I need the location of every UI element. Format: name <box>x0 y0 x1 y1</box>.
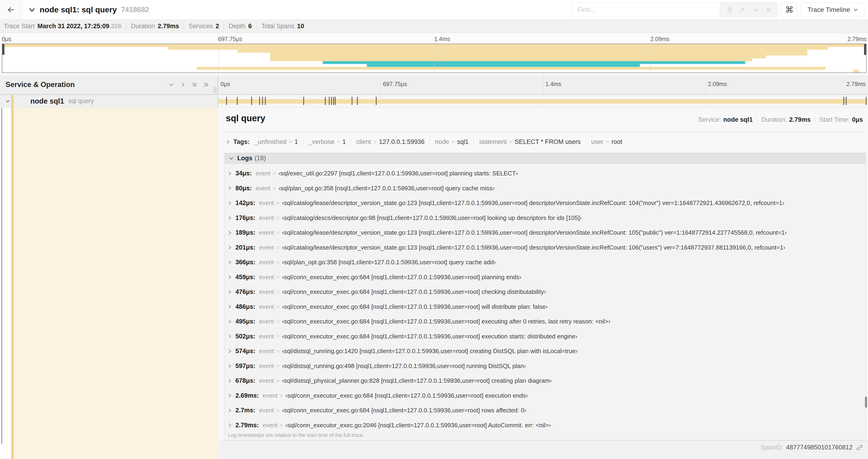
ruler-tick-label: 1.4ms <box>434 36 450 42</box>
span-row-timeline[interactable] <box>218 95 868 107</box>
minimap-bar <box>323 61 745 64</box>
log-entry[interactable]: 2.69ms: event = ‹sql/conn_executor_exec.… <box>225 388 866 403</box>
log-key: event <box>259 333 274 340</box>
clear-search-icon[interactable] <box>766 7 772 13</box>
log-expand-chevron-icon <box>228 245 232 250</box>
log-entry[interactable]: 574μs: event = ‹sql/distsql_running.go:1… <box>225 344 866 359</box>
meta-label: Duration: <box>762 116 787 123</box>
log-entry[interactable]: 176μs: event = ‹sql/catalog/descs/descri… <box>225 210 866 226</box>
log-timestamp: 201μs: <box>236 244 255 251</box>
log-entry[interactable]: 80μs: event = ‹sql/plan_opt.go:358 [nsql… <box>225 181 866 196</box>
info-value: March 31 2022, 17:25:09 <box>37 23 110 30</box>
detail-meta-item: Service:node sql1 <box>698 116 753 123</box>
link-icon[interactable] <box>856 444 863 451</box>
minimap-canvas[interactable] <box>2 44 867 73</box>
log-equals: = <box>276 363 280 369</box>
panel-resize-grip[interactable] <box>214 87 216 93</box>
log-entry[interactable]: 597μs: event = ‹sql/distsql_running.go:4… <box>225 359 866 374</box>
log-entry[interactable]: 189μs: event = ‹sql/catalog/lease/descri… <box>225 225 866 240</box>
log-equals: = <box>276 318 280 325</box>
log-timestamp: 678μs: <box>236 377 255 384</box>
log-entry[interactable]: 201μs: event = ‹sql/catalog/lease/descri… <box>225 240 866 255</box>
log-timestamp: 495μs: <box>236 318 255 325</box>
tag-value: 1 <box>342 138 346 145</box>
find-bar <box>571 3 778 17</box>
log-key: event <box>256 170 271 177</box>
command-icon: ⌘ <box>785 5 794 15</box>
viewport-scrubber-left[interactable] <box>2 44 4 55</box>
log-equals: = <box>280 392 283 399</box>
collapse-all-icon[interactable] <box>191 81 198 88</box>
locate-icon[interactable] <box>726 6 733 13</box>
tag-key: _verbose <box>308 138 334 145</box>
log-entry[interactable]: 476μs: event = ‹sql/conn_executor_exec.g… <box>225 285 866 299</box>
log-entry[interactable]: 678μs: event = ‹sql/distsql_physical_pla… <box>225 373 866 388</box>
log-entry[interactable]: 502μs: event = ‹sql/conn_executor_exec.g… <box>225 329 866 344</box>
log-entry[interactable]: 459μs: event = ‹sql/conn_executor_exec.g… <box>225 270 866 285</box>
scrollbar-thumb[interactable] <box>865 396 867 408</box>
log-entry[interactable]: 366μs: event = ‹sql/plan_opt.go:358 [nsq… <box>225 255 866 270</box>
log-timestamp: 366μs: <box>236 259 255 266</box>
log-timestamp: 574μs: <box>236 348 255 355</box>
ruler-tick-label: 697.75μs <box>383 81 407 87</box>
minimap-bar <box>168 47 828 50</box>
log-entry[interactable]: 2.7ms: event = ‹sql/conn_executor_exec.g… <box>225 403 866 418</box>
log-entry[interactable]: 2.79ms: event = ‹sql/conn_executor_exec.… <box>225 418 866 433</box>
log-expand-chevron-icon <box>228 260 232 265</box>
ruler-tick-label: 2.09ms <box>651 36 670 42</box>
trace-info-item: Trace Start March 31 2022, 17:25:09.326 <box>4 23 122 30</box>
logs-label: Logs <box>237 155 252 162</box>
logs-count: (18) <box>255 155 266 162</box>
log-entry[interactable]: 495μs: event = ‹sql/conn_executor_exec.g… <box>225 314 866 329</box>
ruler-tick: 0μs <box>218 81 230 88</box>
log-value: ‹sql/catalog/descs/descriptor.go:98 [nsq… <box>282 214 582 222</box>
log-entry[interactable]: 486μs: event = ‹sql/conn_executor_exec.g… <box>225 299 866 315</box>
next-match-icon[interactable] <box>752 7 760 13</box>
tag-equals: = <box>606 138 609 145</box>
spanid-value: 4877749850101760812 <box>786 444 852 451</box>
spanid-label: SpanID: <box>761 444 783 451</box>
timeline-header-row: Service & Operation <box>0 75 868 95</box>
tags-row[interactable]: Tags: _unfinished=1 _verbose=1 client=12… <box>226 134 862 150</box>
info-label: Services <box>189 23 213 30</box>
log-key: event <box>259 362 274 370</box>
log-marker <box>325 97 326 105</box>
detail-rail <box>0 108 218 459</box>
collapse-one-icon[interactable] <box>168 81 175 88</box>
prev-match-icon[interactable] <box>739 7 746 13</box>
rail-scroll-line <box>1 108 2 444</box>
span-accent-bar <box>11 108 13 459</box>
row-expand-chevron-icon[interactable] <box>5 99 10 103</box>
log-equals: = <box>276 303 280 310</box>
log-value: ‹sql/conn_executor_exec.go:684 [nsql1,cl… <box>282 407 526 414</box>
expand-one-icon[interactable] <box>180 81 186 88</box>
logs-header[interactable]: Logs (18) <box>225 153 866 164</box>
log-entry[interactable]: 142μs: event = ‹sql/catalog/lease/descri… <box>225 196 866 210</box>
log-timestamp: 142μs: <box>236 199 255 207</box>
minimap-bar <box>270 53 808 56</box>
back-button[interactable] <box>0 0 22 19</box>
chevron-down-icon <box>853 8 858 11</box>
trace-info-bar: Trace Start March 31 2022, 17:25:09.326 … <box>0 20 868 33</box>
ruler-tick: 2.09ms <box>651 36 670 42</box>
title-collapse-chevron-icon[interactable] <box>28 7 35 12</box>
keyboard-shortcuts-button[interactable]: ⌘ <box>781 3 798 17</box>
tag-value: sql1 <box>457 138 469 145</box>
log-timestamp: 502μs: <box>236 333 255 340</box>
log-key: event <box>259 229 274 236</box>
view-selector-button[interactable]: Trace Timeline <box>801 3 864 17</box>
span-row[interactable]: node sql1 sql query <box>0 95 868 108</box>
log-expand-chevron-icon <box>228 364 232 368</box>
log-marker <box>251 97 252 105</box>
log-key: event <box>259 377 274 384</box>
ruler-tick-label: 2.79ms <box>846 81 866 87</box>
expand-all-icon[interactable] <box>203 81 210 88</box>
meta-value: node sql1 <box>723 116 753 123</box>
find-input[interactable] <box>571 3 720 17</box>
tag-equals: = <box>337 138 340 145</box>
log-equals: = <box>276 407 280 414</box>
span-bar[interactable] <box>219 99 867 104</box>
tag-item: client=127.0.0.1:59936 <box>351 138 425 145</box>
log-entry[interactable]: 34μs: event = ‹sql/exec_util.go:2297 [ns… <box>225 166 866 181</box>
viewport-scrubber-right[interactable] <box>864 44 866 55</box>
